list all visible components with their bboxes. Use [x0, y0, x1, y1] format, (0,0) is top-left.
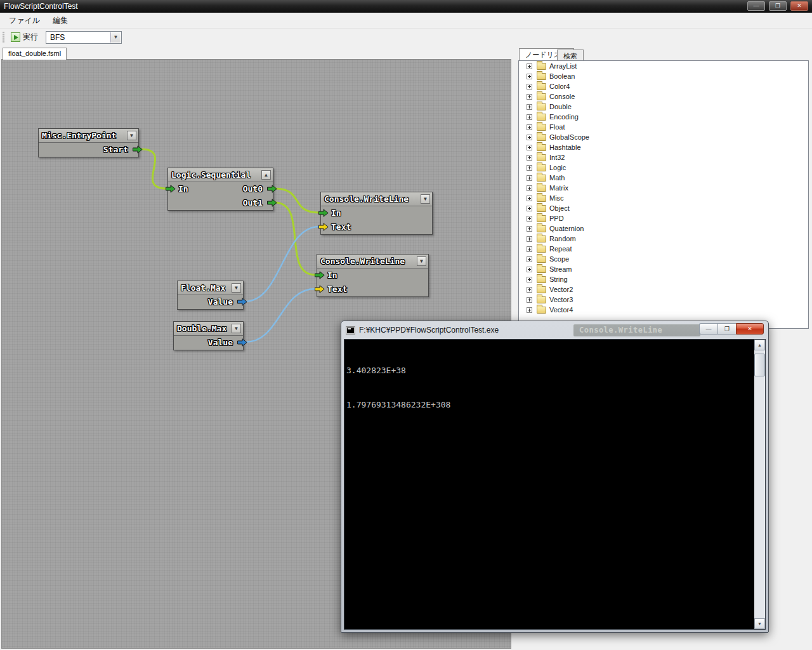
- expand-icon[interactable]: [527, 175, 532, 181]
- tree-item[interactable]: Logic: [519, 162, 808, 173]
- node-console-writeline-2[interactable]: Console.WriteLine ▼ In Text: [317, 254, 429, 297]
- text-in-port[interactable]: [315, 285, 325, 293]
- text-in-port[interactable]: [318, 223, 329, 231]
- scroll-down-icon[interactable]: ▼: [754, 618, 765, 629]
- expand-icon[interactable]: [527, 104, 532, 110]
- expand-icon[interactable]: [527, 216, 532, 222]
- console-window[interactable]: F:¥KHC¥PPD¥FlowScriptControlTest.exe Con…: [341, 321, 769, 633]
- expand-icon[interactable]: [527, 185, 532, 191]
- expand-icon[interactable]: [527, 94, 532, 100]
- collapse-button[interactable]: ▲: [261, 170, 271, 180]
- expand-icon[interactable]: [527, 246, 532, 252]
- node-title-bar[interactable]: Misc.EntryPoint ▼: [39, 129, 138, 143]
- maximize-button[interactable]: ❐: [769, 1, 787, 11]
- wire-out1-to-writeline2-in[interactable]: [275, 202, 315, 275]
- expand-icon[interactable]: [527, 226, 532, 232]
- toolbar-grip[interactable]: [3, 31, 4, 43]
- expand-icon[interactable]: [527, 84, 532, 90]
- expand-icon[interactable]: [527, 297, 532, 303]
- combobox-dropdown-icon[interactable]: ▼: [110, 32, 121, 43]
- node-type-tree[interactable]: ArrayList Boolean Color4 Console Double …: [518, 60, 809, 329]
- collapse-button[interactable]: ▼: [232, 324, 241, 333]
- flow-out-port[interactable]: [267, 185, 277, 193]
- wire-out0-to-writeline1-in[interactable]: [275, 189, 319, 213]
- collapse-button[interactable]: ▼: [127, 131, 136, 140]
- tree-item[interactable]: Double: [519, 102, 808, 112]
- run-button[interactable]: 実行: [7, 30, 42, 44]
- tree-item[interactable]: Int32: [519, 152, 808, 162]
- tree-item[interactable]: Vector2: [519, 284, 808, 295]
- expand-icon[interactable]: [527, 206, 532, 211]
- flow-out-port[interactable]: [267, 199, 277, 207]
- console-maximize-button[interactable]: ❐: [717, 323, 736, 335]
- tree-item[interactable]: Object: [519, 203, 808, 213]
- wire-doublemax-to-writeline2-text[interactable]: [245, 289, 315, 342]
- tree-item[interactable]: String: [519, 274, 808, 284]
- tree-item[interactable]: Misc: [519, 193, 808, 203]
- tree-item[interactable]: Scope: [519, 254, 808, 264]
- console-scrollbar[interactable]: ▲ ▼: [754, 340, 765, 629]
- expand-icon[interactable]: [527, 256, 532, 262]
- node-title-bar[interactable]: Float.Max ▼: [178, 281, 243, 295]
- collapse-button[interactable]: ▼: [421, 194, 430, 204]
- scrollbar-thumb[interactable]: [754, 354, 765, 376]
- tree-item[interactable]: Math: [519, 173, 808, 183]
- tree-item[interactable]: Encoding: [519, 112, 808, 122]
- tree-item[interactable]: Vector3: [519, 295, 808, 305]
- tree-item[interactable]: Hashtable: [519, 142, 808, 152]
- flow-out-port[interactable]: [133, 145, 143, 154]
- expand-icon[interactable]: [527, 124, 532, 130]
- menu-edit[interactable]: 編集: [48, 13, 73, 28]
- collapse-button[interactable]: ▼: [232, 283, 241, 293]
- tree-item[interactable]: Stream: [519, 264, 808, 274]
- expand-icon[interactable]: [527, 165, 532, 171]
- expand-icon[interactable]: [527, 267, 532, 272]
- console-minimize-button[interactable]: —: [699, 323, 717, 335]
- collapse-button[interactable]: ▼: [417, 256, 426, 266]
- node-double-max[interactable]: Double.Max ▼ Value: [173, 321, 244, 350]
- tree-item[interactable]: Vector4: [519, 305, 808, 315]
- search-mode-combobox[interactable]: BFS ▼: [46, 31, 122, 44]
- tab-search[interactable]: 検索: [557, 50, 584, 60]
- wire-start-to-sequential-in[interactable]: [141, 149, 166, 189]
- expand-icon[interactable]: [527, 236, 532, 242]
- expand-icon[interactable]: [527, 307, 532, 313]
- expand-icon[interactable]: [527, 155, 532, 161]
- node-title-bar[interactable]: Console.WriteLine ▼: [321, 192, 432, 206]
- expand-icon[interactable]: [527, 114, 532, 120]
- value-out-port[interactable]: [237, 338, 247, 347]
- tree-item[interactable]: ArrayList: [519, 61, 808, 71]
- value-out-port[interactable]: [237, 298, 247, 306]
- tree-item[interactable]: Color4: [519, 81, 808, 91]
- expand-icon[interactable]: [527, 196, 532, 201]
- flow-in-port[interactable]: [318, 209, 329, 217]
- console-output-area[interactable]: 3.402823E+38 1.79769313486232E+308 ▲ ▼: [344, 339, 766, 630]
- tree-item[interactable]: GlobalScope: [519, 132, 808, 142]
- menu-file[interactable]: ファイル: [4, 13, 45, 28]
- node-float-max[interactable]: Float.Max ▼ Value: [177, 281, 244, 310]
- flow-in-port[interactable]: [166, 185, 176, 193]
- scroll-up-icon[interactable]: ▲: [754, 340, 765, 350]
- expand-icon[interactable]: [527, 287, 532, 293]
- tree-item[interactable]: Console: [519, 91, 808, 102]
- node-title-bar[interactable]: Double.Max ▼: [174, 322, 243, 336]
- node-title-bar[interactable]: Console.WriteLine ▼: [317, 255, 428, 269]
- node-logic-sequential[interactable]: Logic.Sequential ▲ In Out0 Out1: [167, 168, 273, 211]
- close-button[interactable]: ✕: [790, 1, 808, 11]
- expand-icon[interactable]: [527, 63, 532, 69]
- node-misc-entrypoint[interactable]: Misc.EntryPoint ▼ Start: [38, 128, 139, 157]
- tree-item[interactable]: Repeat: [519, 244, 808, 254]
- tree-item[interactable]: Quaternion: [519, 223, 808, 234]
- expand-icon[interactable]: [527, 74, 532, 79]
- console-close-button[interactable]: ✕: [736, 323, 764, 335]
- node-title-bar[interactable]: Logic.Sequential ▲: [168, 168, 273, 182]
- document-tab[interactable]: float_double.fsml: [3, 48, 67, 60]
- minimize-button[interactable]: —: [747, 1, 765, 11]
- tree-item[interactable]: Matrix: [519, 183, 808, 193]
- tree-item[interactable]: Float: [519, 122, 808, 132]
- tree-item[interactable]: Boolean: [519, 71, 808, 81]
- expand-icon[interactable]: [527, 277, 532, 282]
- tree-item[interactable]: PPD: [519, 213, 808, 223]
- expand-icon[interactable]: [527, 135, 532, 140]
- node-console-writeline-1[interactable]: Console.WriteLine ▼ In Text: [320, 192, 433, 235]
